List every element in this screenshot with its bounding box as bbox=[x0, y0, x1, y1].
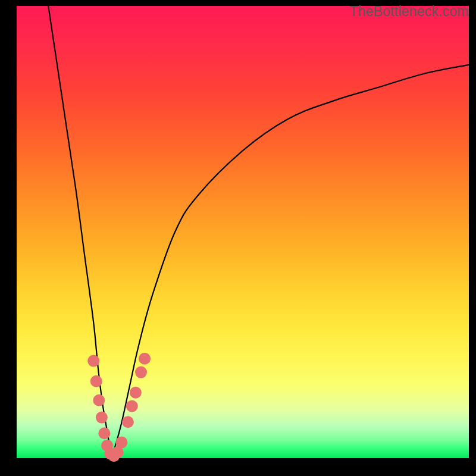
data-marker bbox=[126, 400, 138, 412]
data-marker bbox=[130, 387, 142, 399]
plot-area bbox=[17, 6, 469, 458]
curve-right bbox=[112, 65, 469, 458]
data-marker bbox=[90, 375, 102, 387]
data-marker bbox=[87, 355, 99, 367]
curve-group bbox=[48, 6, 469, 458]
chart-svg bbox=[17, 6, 469, 458]
data-marker bbox=[122, 416, 134, 428]
watermark-text: TheBottleneck.com bbox=[350, 4, 469, 20]
marker-group bbox=[87, 353, 151, 462]
data-marker bbox=[98, 427, 110, 439]
data-marker bbox=[96, 412, 108, 424]
data-marker bbox=[115, 436, 127, 448]
data-marker bbox=[93, 394, 105, 406]
data-marker bbox=[139, 353, 151, 365]
data-marker bbox=[135, 367, 147, 378]
curve-left bbox=[48, 6, 111, 458]
chart-frame: TheBottleneck.com bbox=[0, 0, 476, 476]
